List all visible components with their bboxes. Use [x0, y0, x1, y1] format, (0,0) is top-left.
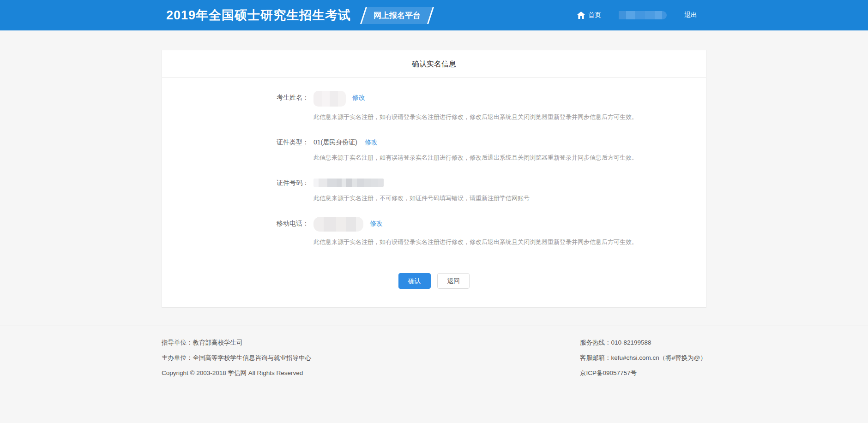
footer: 指导单位：教育部高校学生司 主办单位：全国高等学校学生信息咨询与就业指导中心 C…: [0, 326, 868, 384]
home-icon: [577, 12, 585, 19]
id-type-value: 01(居民身份证): [313, 137, 357, 147]
username-redacted: [619, 11, 667, 19]
home-link[interactable]: 首页: [577, 11, 601, 19]
mobile-phone-redacted: [313, 217, 363, 232]
field-row: 证件号码：: [277, 178, 706, 188]
footer-service-email: 客服邮箱：kefu#chsi.com.cn（将#替换为@）: [580, 354, 706, 362]
mobile-phone-label: 移动电话：: [277, 218, 313, 228]
id-number-note: 此信息来源于实名注册，不可修改，如证件号码填写错误，请重新注册学信网账号: [313, 194, 706, 203]
logout-link[interactable]: 退出: [684, 11, 697, 19]
edit-name-link[interactable]: 修改: [352, 92, 365, 102]
id-type-label: 证件类型：: [277, 137, 313, 147]
header-nav: 首页 退出: [577, 11, 706, 19]
candidate-name-label: 考生姓名：: [277, 92, 313, 102]
id-type-note: 此信息来源于实名注册，如有误请登录实名注册进行修改，修改后退出系统且关闭浏览器重…: [313, 154, 706, 162]
footer-container: 指导单位：教育部高校学生司 主办单位：全国高等学校学生信息咨询与就业指导中心 C…: [162, 326, 706, 384]
edit-phone-link[interactable]: 修改: [370, 218, 383, 228]
field-mobile-phone: 移动电话： 修改 此信息来源于实名注册，如有误请登录实名注册进行修改，修改后退出…: [277, 218, 706, 246]
confirm-info-card: 确认实名信息 考生姓名： 修改 此信息来源于实名注册，如有误请登录实名注册进行修…: [162, 50, 706, 308]
platform-badge-shape: 网上报名平台: [360, 7, 434, 24]
header-container: 2019年全国硕士研究生招生考试 网上报名平台 首页 退出: [162, 0, 706, 30]
card-title: 确认实名信息: [162, 50, 706, 77]
confirm-button[interactable]: 确认: [398, 273, 431, 289]
field-row: 考生姓名： 修改: [277, 92, 706, 107]
candidate-name-note: 此信息来源于实名注册，如有误请登录实名注册进行修改，修改后退出系统且关闭浏览器重…: [313, 113, 706, 121]
field-row: 证件类型： 01(居民身份证) 修改: [277, 137, 706, 147]
back-button[interactable]: 返回: [437, 273, 470, 289]
footer-guide-unit: 指导单位：教育部高校学生司: [162, 339, 311, 347]
footer-copyright: Copyright © 2003-2018 学信网 All Rights Res…: [162, 369, 311, 377]
card-body: 考生姓名： 修改 此信息来源于实名注册，如有误请登录实名注册进行修改，修改后退出…: [162, 77, 706, 246]
footer-icp-number: 京ICP备09057757号: [580, 369, 706, 377]
footer-right-column: 服务热线：010-82199588 客服邮箱：kefu#chsi.com.cn（…: [580, 339, 706, 384]
field-row: 移动电话： 修改: [277, 218, 706, 232]
field-candidate-name: 考生姓名： 修改 此信息来源于实名注册，如有误请登录实名注册进行修改，修改后退出…: [277, 92, 706, 121]
candidate-name-redacted: [313, 91, 346, 107]
id-number-redacted: [313, 179, 384, 187]
home-link-label: 首页: [588, 11, 601, 19]
id-number-label: 证件号码：: [277, 178, 313, 188]
edit-id-type-link[interactable]: 修改: [365, 137, 378, 147]
footer-hotline: 服务热线：010-82199588: [580, 339, 706, 347]
mobile-phone-note: 此信息来源于实名注册，如有误请登录实名注册进行修改，修改后退出系统且关闭浏览器重…: [313, 238, 706, 246]
field-id-type: 证件类型： 01(居民身份证) 修改 此信息来源于实名注册，如有误请登录实名注册…: [277, 137, 706, 162]
footer-left-column: 指导单位：教育部高校学生司 主办单位：全国高等学校学生信息咨询与就业指导中心 C…: [162, 339, 311, 384]
header-bar: 2019年全国硕士研究生招生考试 网上报名平台 首页 退出: [0, 0, 868, 30]
platform-badge: 网上报名平台: [363, 7, 431, 24]
site-title: 2019年全国硕士研究生招生考试: [166, 7, 351, 24]
platform-badge-label: 网上报名平台: [374, 10, 421, 21]
footer-host-unit: 主办单位：全国高等学校学生信息咨询与就业指导中心: [162, 354, 311, 362]
card-actions: 确认 返回: [162, 262, 706, 307]
main-area: 确认实名信息 考生姓名： 修改 此信息来源于实名注册，如有误请登录实名注册进行修…: [0, 30, 868, 308]
field-id-number: 证件号码： 此信息来源于实名注册，不可修改，如证件号码填写错误，请重新注册学信网…: [277, 178, 706, 203]
